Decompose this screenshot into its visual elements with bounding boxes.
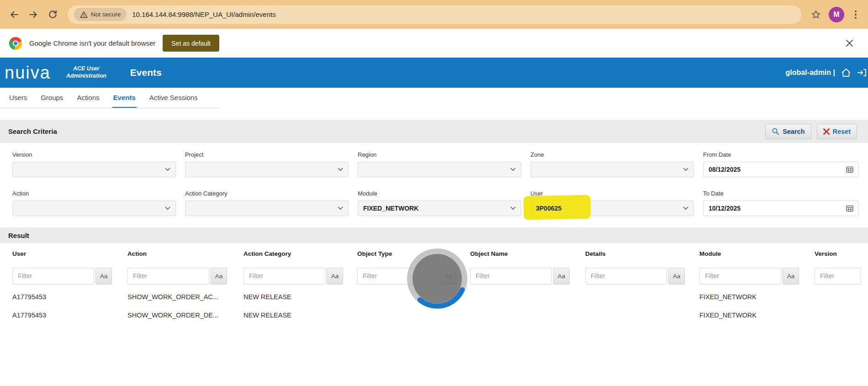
zone-label: Zone — [530, 151, 694, 158]
back-button[interactable] — [5, 6, 23, 23]
filter-action-input[interactable] — [127, 268, 209, 285]
cell-action-category: NEW RELEASE — [243, 312, 357, 319]
field-module: Module FIXED_NETWORK — [358, 190, 521, 216]
search-button-label: Search — [783, 128, 804, 135]
filter-object-type-case-button[interactable]: Aa — [440, 268, 457, 285]
tab-active-sessions[interactable]: Active Sessions — [148, 88, 199, 108]
col-version: Version — [815, 250, 868, 257]
filter-action-category-case-button[interactable]: Aa — [327, 268, 343, 285]
search-button[interactable]: Search — [765, 124, 811, 139]
forward-button[interactable] — [25, 6, 42, 23]
from-date-value: 08/12/2025 — [709, 166, 846, 173]
notification-message: Google Chrome isn't your default browser — [29, 39, 155, 47]
filter-object-type-input[interactable] — [357, 268, 439, 285]
tab-users[interactable]: Users — [8, 88, 28, 108]
field-action: Action — [12, 190, 176, 216]
action-category-dropdown[interactable] — [185, 201, 349, 216]
page: { "browser": { "not_secure": "Not secure… — [0, 0, 868, 386]
reload-button[interactable] — [44, 6, 61, 23]
table-row[interactable]: A17795453 SHOW_WORK_ORDER_AC... NEW RELE… — [12, 288, 868, 306]
col-module: Module — [699, 250, 815, 257]
tab-events[interactable]: Events — [112, 88, 137, 108]
address-bar[interactable]: Not secure 10.164.144.84:9988/NEP_UA_UI/… — [68, 5, 801, 24]
filter-module-case-button[interactable]: Aa — [783, 268, 799, 285]
chevron-down-icon — [510, 168, 516, 171]
not-secure-chip[interactable]: Not secure — [74, 8, 127, 21]
field-from-date: From Date 08/12/2025 — [703, 151, 859, 177]
set-as-default-button[interactable]: Set as default — [163, 35, 219, 52]
filter-module-input[interactable] — [699, 268, 781, 285]
chevron-down-icon — [165, 206, 170, 210]
from-date-input[interactable]: 08/12/2025 — [703, 162, 859, 177]
table-filter-row: Aa Aa Aa Aa Aa Aa Aa — [12, 264, 868, 288]
not-secure-label: Not secure — [91, 11, 121, 18]
user-dropdown[interactable]: 3P00625 — [530, 201, 694, 216]
notification-close-button[interactable] — [842, 36, 857, 51]
action-dropdown[interactable] — [12, 201, 176, 216]
bookmark-button[interactable] — [808, 6, 824, 23]
to-date-label: To Date — [703, 190, 859, 197]
filter-object-type: Aa — [357, 268, 470, 285]
content-spacer — [0, 108, 868, 120]
module-label: Module — [358, 190, 521, 197]
to-date-input[interactable]: 10/12/2025 — [703, 201, 859, 216]
module-value: FIXED_NETWORK — [363, 205, 510, 212]
search-form: Version Project Region Zone From Date 08… — [0, 143, 868, 227]
browser-menu-button[interactable] — [849, 6, 863, 23]
chevron-down-icon — [683, 206, 688, 210]
region-dropdown[interactable] — [358, 162, 521, 177]
version-dropdown[interactable] — [12, 162, 176, 177]
col-details: Details — [585, 250, 699, 257]
col-object-name: Object Name — [470, 250, 585, 257]
table-row[interactable]: A17795453 SHOW_WORK_ORDER_DE... NEW RELE… — [12, 306, 868, 324]
field-version: Version — [12, 151, 176, 177]
reset-button-label: Reset — [833, 128, 851, 135]
action-label: Action — [12, 190, 176, 197]
chevron-down-icon — [338, 206, 343, 210]
home-button[interactable] — [841, 68, 851, 77]
search-criteria-title: Search Criteria — [8, 127, 57, 135]
chevron-down-icon — [510, 206, 516, 210]
cell-module: FIXED_NETWORK — [699, 293, 815, 301]
filter-action-category-input[interactable] — [243, 268, 325, 285]
filter-user-case-button[interactable]: Aa — [95, 268, 112, 285]
filter-user-input[interactable] — [12, 268, 94, 285]
tab-actions[interactable]: Actions — [76, 88, 100, 108]
filter-details-case-button[interactable]: Aa — [668, 268, 685, 285]
filter-version-input[interactable] — [815, 268, 861, 285]
magnifier-icon — [772, 127, 779, 135]
to-date-value: 10/12/2025 — [709, 205, 846, 212]
header-right: global-admin | — [786, 68, 864, 77]
filter-action-case-button[interactable]: Aa — [211, 268, 227, 285]
filter-details-input[interactable] — [585, 268, 667, 285]
from-date-label: From Date — [703, 151, 859, 158]
forward-arrow-icon — [28, 10, 38, 20]
field-action-category: Action Category — [185, 190, 349, 216]
cell-user: A17795453 — [12, 293, 127, 301]
logout-icon — [857, 68, 867, 77]
zone-dropdown[interactable] — [530, 162, 694, 177]
filter-object-name-input[interactable] — [470, 268, 552, 285]
module-dropdown[interactable]: FIXED_NETWORK — [358, 201, 521, 216]
cell-action-category: NEW RELEASE — [243, 293, 357, 301]
action-category-label: Action Category — [185, 190, 349, 197]
reset-button[interactable]: Reset — [817, 124, 857, 139]
field-region: Region — [358, 151, 521, 177]
tab-groups[interactable]: Groups — [40, 88, 64, 108]
app-subtitle: ACE User Administration — [64, 65, 108, 79]
kebab-menu-icon — [855, 11, 857, 19]
filter-action-category: Aa — [243, 268, 357, 285]
search-criteria-bar: Search Criteria Search Reset — [0, 120, 868, 143]
close-icon — [846, 40, 853, 47]
filter-object-name: Aa — [470, 268, 585, 285]
chevron-down-icon — [683, 168, 688, 171]
project-label: Project — [185, 151, 349, 158]
filter-object-name-case-button[interactable]: Aa — [553, 268, 570, 285]
chevron-down-icon — [338, 168, 343, 171]
region-label: Region — [358, 151, 521, 158]
logout-button[interactable] — [857, 68, 867, 77]
project-dropdown[interactable] — [185, 162, 349, 177]
profile-avatar[interactable]: M — [829, 7, 844, 22]
url-text: 10.164.144.84:9988/NEP_UA_UI/admin/event… — [132, 11, 275, 18]
app-logo: nuiva — [5, 64, 51, 81]
